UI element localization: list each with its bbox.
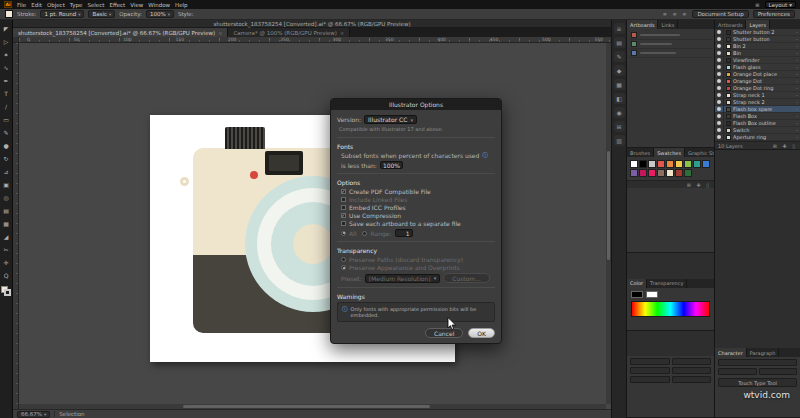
scrollbar-thumb[interactable] xyxy=(183,405,430,408)
color-swatch[interactable] xyxy=(684,160,692,168)
color-swatch[interactable] xyxy=(630,169,638,177)
color-swatch[interactable] xyxy=(657,160,665,168)
horizontal-scrollbar[interactable] xyxy=(19,404,606,409)
panel-list-item[interactable] xyxy=(629,40,712,49)
visibility-eye-icon[interactable] xyxy=(717,107,721,111)
visibility-eye-icon[interactable] xyxy=(717,58,721,62)
workspace-switcher[interactable]: Layout ▾ xyxy=(765,1,796,8)
visibility-eye-icon[interactable] xyxy=(717,30,721,34)
color-swatch[interactable] xyxy=(693,160,701,168)
black-color-chip[interactable] xyxy=(631,291,643,298)
color-swatch[interactable] xyxy=(666,169,674,177)
ok-button[interactable]: OK xyxy=(468,328,495,338)
panel-footer-icons[interactable]: ⊞ ✚ ▯ xyxy=(687,182,711,188)
swatches-panel-icon[interactable]: ▤ xyxy=(614,37,625,48)
layer-target-icon[interactable]: ◦ xyxy=(796,65,798,70)
version-select[interactable]: Illustrator CC ▾ xyxy=(364,115,417,124)
subset-percent-input[interactable]: 100% xyxy=(380,161,403,169)
pen-tool[interactable]: ✒ xyxy=(0,74,12,87)
menu-object[interactable]: Object xyxy=(47,2,65,8)
field-input[interactable] xyxy=(630,376,670,383)
cancel-button[interactable]: Cancel xyxy=(425,328,463,338)
menu-edit[interactable]: Edit xyxy=(31,2,42,8)
color-swatch[interactable] xyxy=(675,169,683,177)
layer-target-icon[interactable]: ◦ xyxy=(796,128,798,133)
layers-tab-artboards[interactable]: Artboards xyxy=(715,20,746,29)
layer-target-icon[interactable]: ◦ xyxy=(796,86,798,91)
direct-selection-tool[interactable]: ▷ xyxy=(0,35,12,48)
color-swatch[interactable] xyxy=(666,160,674,168)
visibility-eye-icon[interactable] xyxy=(717,65,721,69)
visibility-eye-icon[interactable] xyxy=(717,100,721,104)
visibility-eye-icon[interactable] xyxy=(717,121,721,125)
shape-builder-tool[interactable]: ◎ xyxy=(0,191,12,204)
field-input[interactable] xyxy=(672,367,712,374)
color-swatch[interactable] xyxy=(702,160,710,168)
swatches-tab-swatches[interactable]: Swatches xyxy=(654,148,685,157)
option-use-compression[interactable]: ✓Use Compression xyxy=(341,212,495,219)
layer-target-icon[interactable]: ◦ xyxy=(796,135,798,140)
fill-color-chip[interactable] xyxy=(5,10,13,18)
layer-target-icon[interactable]: ◦ xyxy=(796,93,798,98)
touch-type-tool-button[interactable]: Touch Type Tool xyxy=(718,378,797,387)
panel-list-item[interactable] xyxy=(629,49,712,58)
font-size-input[interactable] xyxy=(718,368,757,375)
scale-tool[interactable]: ⊿ xyxy=(0,165,12,178)
menu-type[interactable]: Type xyxy=(70,2,83,8)
visibility-eye-icon[interactable] xyxy=(717,79,721,83)
menu-select[interactable]: Select xyxy=(87,2,104,8)
layer-target-icon[interactable]: ◦ xyxy=(796,44,798,49)
document-setup-button[interactable]: Document Setup xyxy=(692,10,748,18)
symbols-panel-icon[interactable]: ◆ xyxy=(614,65,625,76)
gradient-panel-icon[interactable]: ▥ xyxy=(614,135,625,146)
menu-view[interactable]: View xyxy=(130,2,143,8)
menu-help[interactable]: Help xyxy=(175,2,188,8)
color-spectrum[interactable] xyxy=(631,301,710,317)
rotate-tool[interactable]: ↻ xyxy=(0,152,12,165)
character-tab-character[interactable]: Character xyxy=(715,348,747,357)
option-embed-icc-profiles[interactable]: Embed ICC Profiles xyxy=(341,204,495,211)
line-segment-tool[interactable]: / xyxy=(0,100,12,113)
close-tab-icon[interactable]: × xyxy=(218,30,222,36)
type-tool[interactable]: T xyxy=(0,87,12,100)
menu-window[interactable]: Window xyxy=(148,2,170,8)
panel-list-item[interactable] xyxy=(629,31,712,40)
character-tab-paragraph[interactable]: Paragraph xyxy=(747,348,780,357)
document-tab[interactable]: shutterstock_183758254 [Converted].ai* @… xyxy=(13,28,228,37)
layer-target-icon[interactable]: ◦ xyxy=(796,72,798,77)
color-swatch[interactable] xyxy=(648,169,656,177)
pencil-tool[interactable]: ✎ xyxy=(0,126,12,139)
layer-target-icon[interactable]: ◦ xyxy=(796,114,798,119)
layer-target-icon[interactable]: ◦ xyxy=(796,79,798,84)
vertical-scrollbar[interactable] xyxy=(606,43,611,404)
menu-effect[interactable]: Effect xyxy=(109,2,125,8)
mesh-tool[interactable]: ▦ xyxy=(0,217,12,230)
blob-brush-tool[interactable]: ● xyxy=(0,139,12,152)
layer-target-icon[interactable]: ◦ xyxy=(796,51,798,56)
field-input[interactable] xyxy=(672,358,712,365)
lasso-tool[interactable]: ∿ xyxy=(0,61,12,74)
layers-footer-icons[interactable]: ⊞ ✚ ▯ xyxy=(773,143,797,149)
scrollbar-thumb[interactable] xyxy=(607,151,610,259)
option-create-pdf-compatible-file[interactable]: ✓Create PDF Compatible File xyxy=(341,188,495,195)
gradient-tool[interactable]: ▤ xyxy=(0,204,12,217)
layer-target-icon[interactable]: ◦ xyxy=(796,30,798,35)
hand-tool[interactable]: ✛ xyxy=(0,256,12,269)
visibility-eye-icon[interactable] xyxy=(717,128,721,132)
brushes-panel-icon[interactable]: ✎ xyxy=(614,51,625,62)
variable-width-select[interactable]: Basic▾ xyxy=(88,10,115,18)
visibility-eye-icon[interactable] xyxy=(717,44,721,48)
zoom-tool[interactable]: Q xyxy=(0,269,12,282)
visibility-eye-icon[interactable] xyxy=(717,51,721,55)
free-transform-tool[interactable]: ▣ xyxy=(0,178,12,191)
layer-target-icon[interactable]: ◦ xyxy=(796,121,798,126)
white-color-chip[interactable] xyxy=(646,291,658,298)
transparency-panel-icon[interactable]: ◧ xyxy=(614,93,625,104)
layer-target-icon[interactable]: ◦ xyxy=(796,107,798,112)
appearance-panel-icon[interactable]: ◉ xyxy=(614,107,625,118)
artboards-tab-links[interactable]: Links xyxy=(658,20,678,29)
visibility-eye-icon[interactable] xyxy=(717,114,721,118)
field-input[interactable] xyxy=(630,358,670,365)
scissors-tool[interactable]: ✂ xyxy=(0,243,12,256)
swatches-tab-brushes[interactable]: Brushes xyxy=(627,148,654,157)
